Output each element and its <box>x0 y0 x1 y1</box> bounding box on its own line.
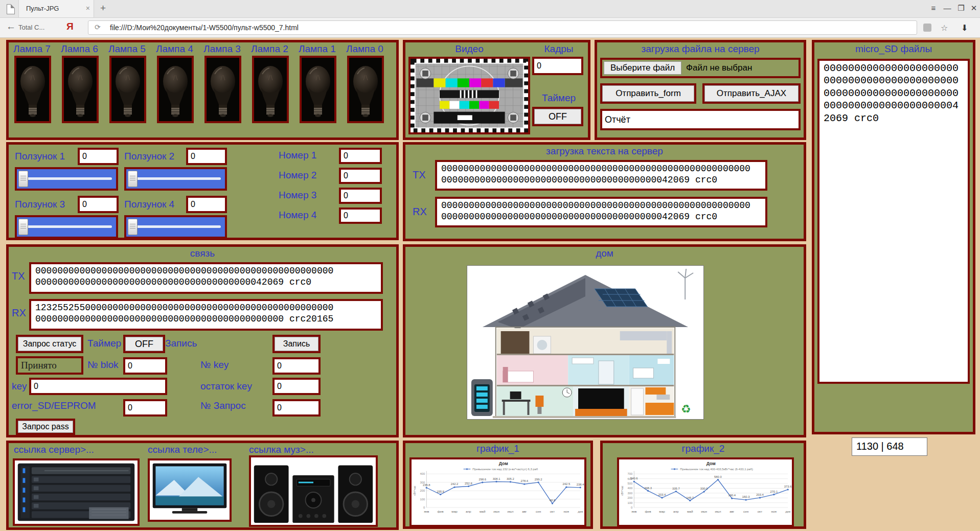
key-num-input[interactable] <box>275 359 318 373</box>
slider-3[interactable] <box>15 215 118 239</box>
status-request-frame: Запрос статус <box>16 335 83 353</box>
svg-text:ноя: ноя <box>564 510 569 514</box>
video-timer-label: Таймер <box>532 93 585 104</box>
slider-track[interactable] <box>135 177 221 180</box>
comm-title: связь <box>9 248 396 259</box>
tab-close-icon[interactable]: × <box>86 4 90 12</box>
key-input[interactable] <box>31 380 165 393</box>
svg-text:235.8: 235.8 <box>423 483 430 487</box>
download-icon[interactable]: ⬇ <box>961 23 968 33</box>
links-panel: ссылка сервер>... ссылка теле>... <box>6 441 399 530</box>
slider-2-value-input[interactable] <box>188 150 225 163</box>
choose-file-button[interactable]: Выберите файл <box>604 61 681 75</box>
number-3-label: Номер 3 <box>279 190 316 201</box>
file-upload-title: загрузка файла на сервер <box>597 43 804 55</box>
slider-track[interactable] <box>135 225 221 228</box>
music-link[interactable]: ссылка муз>... <box>249 444 314 455</box>
comm-rx-frame: 1232552550000000000000000000000000000000… <box>29 299 383 331</box>
key-rest-label: остаток key <box>200 381 252 392</box>
text-upload-tx-textarea[interactable]: 0000000000000000000000000000000000000000… <box>437 162 765 189</box>
menu-icon[interactable]: ≡ <box>927 4 940 12</box>
number-3-frame <box>339 188 382 204</box>
chart-2-title: график_2 <box>603 443 804 454</box>
url-text[interactable]: file:///D:/Мои%20документы/1-W5500/пульт… <box>110 24 299 32</box>
back-button-label[interactable]: Total C... <box>18 24 44 31</box>
lamp-label: Лампа 4 <box>156 43 203 56</box>
new-tab-button[interactable]: + <box>100 3 106 14</box>
comm-tx-label: TX <box>12 270 25 282</box>
slider-handle[interactable] <box>128 171 138 187</box>
no-file-label: Файл не выбран <box>686 63 752 73</box>
minimize-icon[interactable]: — <box>941 4 953 12</box>
slider-2-label: Ползунок 2 <box>124 151 174 162</box>
frames-value-input[interactable] <box>534 59 581 73</box>
close-icon[interactable]: ✕ <box>968 4 980 13</box>
lamp-5-bulb-image[interactable] <box>109 56 146 123</box>
tv-link[interactable]: ссылка теле>... <box>148 444 217 455</box>
slider-1-value-input[interactable] <box>80 150 117 163</box>
blok-input[interactable] <box>125 359 165 373</box>
request-num-input[interactable] <box>275 401 318 414</box>
address-bar[interactable]: ⟳ file:///D:/Мои%20документы/1-W5500/пул… <box>88 20 917 35</box>
video-timer-button[interactable]: OFF <box>534 109 581 124</box>
music-link-image[interactable] <box>249 455 378 527</box>
send-form-button[interactable]: Отправить_form <box>602 85 694 102</box>
lamp-0-bulb-image[interactable] <box>347 56 384 123</box>
slider-2[interactable] <box>124 167 227 191</box>
send-ajax-button[interactable]: Отправить_AJAX <box>704 85 799 102</box>
svg-text:♻: ♻ <box>681 403 691 415</box>
accepted-frame: Принято <box>16 356 83 375</box>
sd-files-textarea[interactable]: 0000000000000000000000 00000000000000000… <box>819 61 968 382</box>
server-link-image[interactable] <box>13 458 140 526</box>
lamp-2-bulb-image[interactable] <box>252 56 289 123</box>
slider-handle[interactable] <box>18 219 28 235</box>
error-sd-input[interactable] <box>125 401 165 414</box>
slider-handle[interactable] <box>18 171 28 187</box>
server-link[interactable]: ссылка сервер>... <box>14 444 94 455</box>
comm-timer-button[interactable]: OFF <box>125 337 163 351</box>
svg-text:Превышение ток над 232 (к-во*ч: Превышение ток над 232 (к-во*час/сут) 6,… <box>472 468 538 471</box>
number-1-input[interactable] <box>341 150 380 162</box>
maximize-icon[interactable]: ❐ <box>955 4 967 13</box>
svg-text:308.1: 308.1 <box>493 477 500 480</box>
slider-track[interactable] <box>26 177 112 180</box>
svg-text:160.3: 160.3 <box>742 495 750 498</box>
slider-4-value-input[interactable] <box>188 198 225 211</box>
record-button[interactable]: Запись <box>275 337 318 351</box>
lamp-7-bulb-image[interactable] <box>14 56 51 123</box>
report-frame <box>600 109 801 130</box>
slider-track[interactable] <box>26 225 112 228</box>
status-request-button[interactable]: Запрос статус <box>18 337 81 351</box>
text-upload-rx-textarea[interactable]: 0000000000000000000000000000000000000000… <box>437 199 765 225</box>
comm-rx-textarea[interactable]: 1232552550000000000000000000000000000000… <box>31 301 381 329</box>
pass-request-button[interactable]: Запрос pass <box>18 421 73 433</box>
browser-tab[interactable]: Пульт-JPG × <box>18 0 94 17</box>
svg-text:янв: янв <box>631 510 637 514</box>
key-rest-input[interactable] <box>275 380 318 393</box>
extension-icon[interactable] <box>923 24 931 32</box>
number-4-frame <box>339 207 382 224</box>
slider-1-value-frame <box>78 148 119 165</box>
comm-panel: связь TX 0000000000000000000000000000000… <box>6 244 399 437</box>
lamp-3-bulb-image[interactable] <box>204 56 241 123</box>
lamp-cell: Лампа 7 <box>13 43 61 138</box>
svg-text:сен: сен <box>536 510 541 514</box>
lamp-1-bulb-image[interactable] <box>300 56 336 123</box>
bookmark-star-icon[interactable]: ☆ <box>941 23 948 33</box>
back-button[interactable]: ← <box>6 21 16 32</box>
tv-link-image[interactable] <box>148 458 232 522</box>
number-4-input[interactable] <box>341 210 380 222</box>
accepted-status: Принято <box>18 358 81 373</box>
yandex-logo-icon[interactable]: Я <box>66 21 74 32</box>
slider-handle[interactable] <box>128 219 138 235</box>
number-2-input[interactable] <box>341 170 380 182</box>
lamp-4-bulb-image[interactable] <box>157 56 194 123</box>
refresh-icon[interactable]: ⟳ <box>95 23 101 31</box>
comm-tx-textarea[interactable]: 0000000000000000000000000000000000000000… <box>31 264 381 292</box>
report-input[interactable] <box>602 111 799 128</box>
slider-1[interactable] <box>15 167 118 191</box>
slider-3-value-input[interactable] <box>80 198 117 211</box>
number-3-input[interactable] <box>341 190 380 202</box>
lamp-6-bulb-image[interactable] <box>62 56 99 123</box>
slider-4[interactable] <box>124 215 227 239</box>
